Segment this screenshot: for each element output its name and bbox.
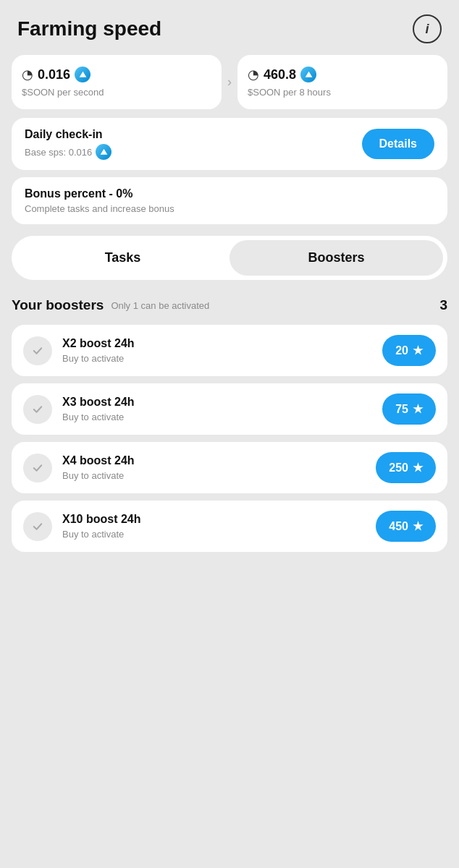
daily-checkin-left: Daily check-in Base sps: 0.016 xyxy=(25,128,111,160)
booster-name-1: X3 boost 24h xyxy=(62,396,135,409)
base-sps-label: Base sps: 0.016 xyxy=(25,147,92,158)
booster-name-0: X2 boost 24h xyxy=(62,337,135,350)
booster-price-button-3[interactable]: 450 ★ xyxy=(376,511,436,542)
daily-checkin-card: Daily check-in Base sps: 0.016 Details xyxy=(12,118,447,170)
boosters-subtitle: Only 1 can be activated xyxy=(111,300,209,311)
booster-desc-3: Buy to activate xyxy=(62,529,140,540)
booster-price-value-1: 75 xyxy=(395,403,408,416)
booster-info-3: X10 boost 24h Buy to activate xyxy=(62,513,140,540)
boosters-header: Your boosters Only 1 can be activated 3 xyxy=(12,297,447,313)
booster-info-1: X3 boost 24h Buy to activate xyxy=(62,396,135,422)
booster-info-0: X2 boost 24h Buy to activate xyxy=(62,337,135,364)
booster-price-value-2: 250 xyxy=(389,461,408,475)
booster-name-3: X10 boost 24h xyxy=(62,513,140,526)
star-icon-2: ★ xyxy=(413,461,423,475)
speed-cards: ◔ 0.016 $SOON per second › ◔ 460.8 xyxy=(12,55,447,109)
speed-value-1: 0.016 xyxy=(38,67,70,82)
booster-price-button-1[interactable]: 75 ★ xyxy=(382,393,436,425)
bonus-title: Bonus percent - 0% xyxy=(25,187,434,200)
speed-label-2: $SOON per 8 hours xyxy=(248,87,331,98)
booster-item: X2 boost 24h Buy to activate 20 ★ xyxy=(12,325,447,376)
booster-check-2 xyxy=(23,454,52,482)
tab-boosters[interactable]: Boosters xyxy=(230,240,443,276)
speed-label-1: $SOON per second xyxy=(22,87,104,98)
tab-tasks[interactable]: Tasks xyxy=(16,240,230,276)
booster-desc-2: Buy to activate xyxy=(62,470,135,481)
boosters-count: 3 xyxy=(439,297,447,313)
boosters-title: Your boosters xyxy=(12,297,104,313)
arrow-divider: › xyxy=(227,75,232,90)
svg-marker-1 xyxy=(305,71,312,77)
booster-desc-0: Buy to activate xyxy=(62,353,135,364)
header: Farming speed i xyxy=(0,0,459,55)
booster-item: X4 boost 24h Buy to activate 250 ★ xyxy=(12,442,447,493)
star-icon-0: ★ xyxy=(413,344,423,357)
info-icon-label: i xyxy=(425,22,429,37)
daily-checkin-row: Daily check-in Base sps: 0.016 Details xyxy=(25,128,434,160)
info-button[interactable]: i xyxy=(413,14,442,43)
main-content: ◔ 0.016 $SOON per second › ◔ 460.8 xyxy=(0,55,459,552)
booster-name-2: X4 boost 24h xyxy=(62,454,135,467)
booster-check-3 xyxy=(23,512,52,541)
star-icon-3: ★ xyxy=(413,519,423,533)
daily-checkin-title: Daily check-in xyxy=(25,128,111,141)
boosters-header-left: Your boosters Only 1 can be activated xyxy=(12,297,209,313)
booster-item: X3 boost 24h Buy to activate 75 ★ xyxy=(12,383,447,435)
gauge-icon-2: ◔ xyxy=(248,67,259,82)
booster-check-1 xyxy=(23,395,52,424)
speed-card-per-8hours: ◔ 460.8 $SOON per 8 hours xyxy=(237,55,447,109)
page-title: Farming speed xyxy=(17,17,161,41)
booster-info-2: X4 boost 24h Buy to activate xyxy=(62,454,135,481)
booster-price-button-2[interactable]: 250 ★ xyxy=(376,452,436,483)
speed-card-per-second: ◔ 0.016 $SOON per second xyxy=(12,55,222,109)
booster-left: X4 boost 24h Buy to activate xyxy=(23,454,135,482)
booster-left: X10 boost 24h Buy to activate xyxy=(23,512,140,541)
svg-marker-0 xyxy=(79,71,86,77)
booster-desc-1: Buy to activate xyxy=(62,412,135,422)
speed-value-2: 460.8 xyxy=(264,67,296,82)
details-button[interactable]: Details xyxy=(362,129,434,159)
booster-price-value-3: 450 xyxy=(389,520,408,533)
booster-price-value-0: 20 xyxy=(395,344,408,357)
tab-switcher: Tasks Boosters xyxy=(12,236,447,280)
booster-left: X3 boost 24h Buy to activate xyxy=(23,395,135,424)
speed-value-row-1: ◔ 0.016 xyxy=(22,67,90,82)
token-badge-1 xyxy=(75,67,90,82)
gauge-icon-1: ◔ xyxy=(22,67,33,82)
token-badge-sub xyxy=(96,144,111,160)
bonus-sub: Complete tasks and increase bonus xyxy=(25,203,434,214)
svg-marker-2 xyxy=(100,148,107,154)
bonus-card: Bonus percent - 0% Complete tasks and in… xyxy=(12,177,447,224)
booster-price-button-0[interactable]: 20 ★ xyxy=(382,335,436,366)
booster-list: X2 boost 24h Buy to activate 20 ★ X3 boo… xyxy=(12,325,447,552)
daily-checkin-sub: Base sps: 0.016 xyxy=(25,144,111,160)
booster-item: X10 boost 24h Buy to activate 450 ★ xyxy=(12,501,447,552)
star-icon-1: ★ xyxy=(413,402,423,416)
booster-left: X2 boost 24h Buy to activate xyxy=(23,336,135,365)
boosters-section: Your boosters Only 1 can be activated 3 … xyxy=(12,297,447,552)
speed-value-row-2: ◔ 460.8 xyxy=(248,67,316,82)
token-badge-2 xyxy=(300,67,316,82)
booster-check-0 xyxy=(23,336,52,365)
